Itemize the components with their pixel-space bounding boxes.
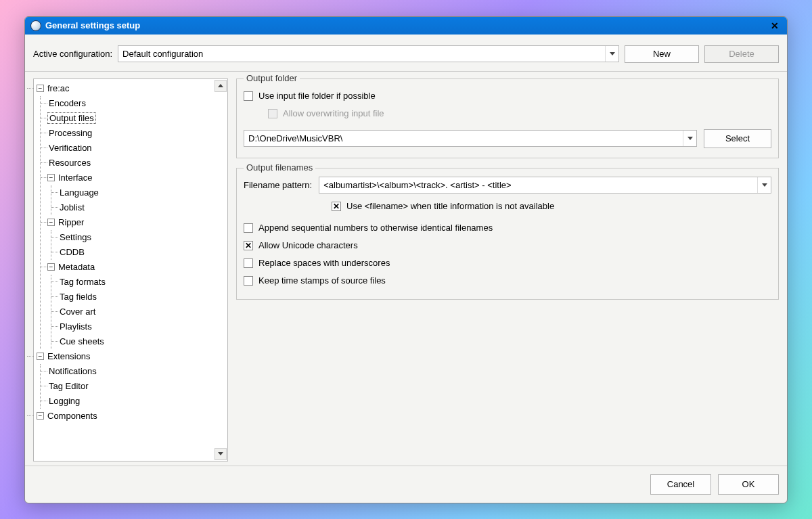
output-folder-row: D:\OneDrive\MusicVBR\ Select (244, 129, 771, 148)
tree-node-tag-fields[interactable]: Tag fields (58, 290, 227, 304)
output-folder-group: Output folder Use input file folder if p… (236, 78, 779, 158)
tree-node-components[interactable]: − Components (37, 409, 227, 424)
keep-timestamps-row: Keep time stamps of source files (244, 272, 771, 290)
tree-node-metadata[interactable]: − Metadata (47, 260, 227, 275)
append-seq-checkbox[interactable] (244, 223, 253, 233)
pattern-label: Filename pattern: (244, 180, 312, 190)
minus-icon[interactable]: − (47, 219, 55, 226)
tree-node-playlists[interactable]: Playlists (58, 319, 227, 334)
tree-node-output-files[interactable]: Output files (47, 111, 227, 126)
tree-node-tag-formats[interactable]: Tag formats (58, 275, 227, 290)
app-icon (30, 20, 41, 31)
main-area: − fre:ac Encoders Output files Processin… (25, 72, 787, 466)
pattern-combo[interactable]: <albumartist>\<album>\<track>. <artist> … (319, 177, 771, 194)
tree-node-language[interactable]: Language (58, 185, 227, 200)
allow-unicode-checkbox[interactable]: ✕ (244, 241, 253, 250)
tree-node-processing[interactable]: Processing (47, 126, 227, 141)
active-config-combo[interactable]: Default configuration (118, 45, 619, 62)
allow-overwrite-row: Allow overwriting input file (268, 105, 771, 122)
config-row: Active configuration: Default configurat… (25, 35, 787, 72)
scroll-up-icon[interactable] (215, 80, 227, 92)
output-filenames-group: Output filenames Filename pattern: <albu… (236, 168, 779, 300)
tree-node-joblist[interactable]: Joblist (58, 200, 227, 215)
tree-node-notifications[interactable]: Notifications (47, 364, 227, 379)
settings-pane: Output folder Use input file folder if p… (236, 78, 779, 461)
minus-icon[interactable]: − (37, 353, 44, 360)
pattern-value: <albumartist>\<album>\<track>. <artist> … (323, 180, 511, 190)
tree-node-tag-editor[interactable]: Tag Editor (47, 379, 227, 394)
settings-tree: − fre:ac Encoders Output files Processin… (33, 78, 228, 461)
output-folder-value: D:\OneDrive\MusicVBR\ (248, 133, 342, 143)
tree-node-logging[interactable]: Logging (47, 394, 227, 409)
use-filename-label: Use <filename> when title information is… (346, 201, 554, 211)
replace-spaces-label: Replace spaces with underscores (258, 258, 390, 268)
tree-node-interface[interactable]: − Interface (47, 171, 227, 185)
use-input-folder-row: Use input file folder if possible (244, 87, 771, 105)
active-config-label: Active configuration: (33, 49, 112, 59)
close-icon[interactable]: ✕ (768, 20, 782, 31)
delete-config-button: Delete (704, 45, 779, 63)
tree-node-cover-art[interactable]: Cover art (58, 304, 227, 319)
output-folder-combo[interactable]: D:\OneDrive\MusicVBR\ (244, 130, 697, 147)
output-folder-legend: Output folder (244, 73, 300, 83)
chevron-down-icon[interactable] (683, 131, 696, 146)
replace-spaces-checkbox[interactable] (244, 258, 253, 268)
allow-unicode-label: Allow Unicode characters (258, 240, 358, 250)
append-seq-label: Append sequential numbers to otherwise i… (258, 223, 493, 233)
keep-timestamps-label: Keep time stamps of source files (258, 275, 386, 286)
allow-unicode-row: ✕ Allow Unicode characters (244, 237, 771, 254)
tree-node-encoders[interactable]: Encoders (47, 96, 227, 111)
tree-node-cddb[interactable]: CDDB (58, 245, 227, 260)
use-filename-checkbox[interactable]: ✕ (332, 202, 341, 211)
tree-node-ripper[interactable]: − Ripper (47, 215, 227, 230)
tree-node-cue-sheets[interactable]: Cue sheets (58, 334, 227, 349)
use-filename-row: ✕ Use <filename> when title information … (332, 198, 771, 215)
pattern-row: Filename pattern: <albumartist>\<album>\… (244, 177, 771, 194)
use-input-folder-label: Use input file folder if possible (258, 91, 376, 101)
output-filenames-legend: Output filenames (244, 162, 315, 173)
minus-icon[interactable]: − (47, 174, 55, 181)
cancel-button[interactable]: Cancel (650, 474, 711, 495)
select-folder-button[interactable]: Select (704, 129, 771, 148)
chevron-down-icon[interactable] (757, 177, 771, 193)
tree-node-settings[interactable]: Settings (58, 230, 227, 245)
replace-spaces-row: Replace spaces with underscores (244, 254, 771, 272)
tree-node-verification[interactable]: Verification (47, 141, 227, 156)
minus-icon[interactable]: − (47, 263, 55, 271)
tree-node-freac[interactable]: − fre:ac (37, 81, 227, 96)
footer: Cancel OK (25, 466, 787, 503)
keep-timestamps-checkbox[interactable] (244, 276, 253, 286)
scroll-down-icon[interactable] (215, 448, 227, 460)
ok-button[interactable]: OK (718, 474, 779, 495)
tree-node-extensions[interactable]: − Extensions (37, 349, 227, 364)
minus-icon[interactable]: − (37, 412, 44, 420)
allow-overwrite-checkbox (268, 109, 277, 118)
active-config-value: Default configuration (122, 49, 203, 59)
allow-overwrite-label: Allow overwriting input file (283, 108, 384, 118)
minus-icon[interactable]: − (37, 85, 44, 92)
use-input-folder-checkbox[interactable] (244, 91, 253, 101)
tree-node-resources[interactable]: Resources (47, 156, 227, 171)
new-config-button[interactable]: New (625, 45, 699, 63)
append-seq-row: Append sequential numbers to otherwise i… (244, 219, 771, 237)
chevron-down-icon[interactable] (605, 46, 618, 62)
settings-dialog: General settings setup ✕ Active configur… (24, 16, 788, 503)
titlebar: General settings setup ✕ (25, 17, 787, 35)
window-title: General settings setup (45, 20, 768, 30)
